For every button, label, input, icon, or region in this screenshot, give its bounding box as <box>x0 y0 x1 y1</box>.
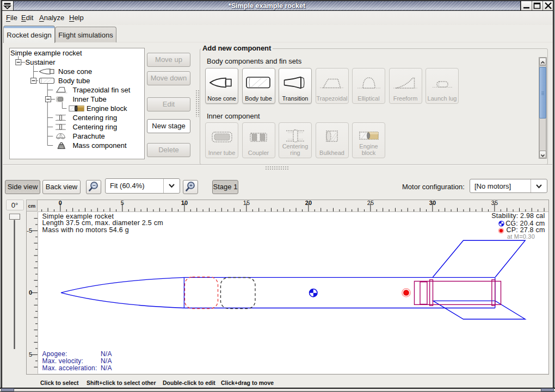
svg-text:N/A: N/A <box>101 357 112 365</box>
svg-text:N/A: N/A <box>101 350 112 358</box>
svg-text:Engine block: Engine block <box>87 104 127 113</box>
svg-text:Parachute: Parachute <box>73 132 105 140</box>
svg-text:30: 30 <box>429 200 436 206</box>
svg-text:Max. velocity:: Max. velocity: <box>42 357 84 365</box>
svg-text:at M=0.30: at M=0.30 <box>507 233 535 240</box>
svg-text:35: 35 <box>491 200 498 206</box>
svg-text:Stability: 2.98 cal: Stability: 2.98 cal <box>491 212 545 220</box>
svg-text:Apogee:: Apogee: <box>42 350 67 358</box>
svg-text:0: 0 <box>29 289 32 296</box>
svg-text:Body tube: Body tube <box>58 77 90 85</box>
svg-text:Mass component: Mass component <box>73 141 127 150</box>
svg-text:kg: kg <box>60 145 63 148</box>
svg-text:5: 5 <box>29 351 32 358</box>
svg-text:Mass with no motors 54.6 g: Mass with no motors 54.6 g <box>42 226 129 234</box>
svg-text:5: 5 <box>121 200 124 206</box>
svg-text:Simple example rocket: Simple example rocket <box>10 49 82 57</box>
svg-text:cm: cm <box>28 203 36 209</box>
svg-text:Centering ring: Centering ring <box>73 114 118 122</box>
svg-text:0°: 0° <box>11 201 18 209</box>
svg-text:-5: -5 <box>27 227 32 234</box>
svg-text:Inner Tube: Inner Tube <box>73 95 107 103</box>
svg-text:10: 10 <box>181 200 188 206</box>
svg-text:Trapezoidal fin set: Trapezoidal fin set <box>73 86 131 94</box>
svg-text:Sustainer: Sustainer <box>26 58 56 66</box>
svg-text:Centering ring: Centering ring <box>73 123 118 131</box>
svg-text:0: 0 <box>59 200 62 206</box>
svg-text:CP: 27.8 cm: CP: 27.8 cm <box>507 226 545 234</box>
svg-text:Max. acceleration:: Max. acceleration: <box>42 364 97 372</box>
svg-text:25: 25 <box>367 200 374 206</box>
svg-text:Nose cone: Nose cone <box>58 67 92 76</box>
svg-text:N/A: N/A <box>101 364 112 372</box>
svg-text:15: 15 <box>243 200 250 206</box>
svg-text:20: 20 <box>305 200 312 206</box>
